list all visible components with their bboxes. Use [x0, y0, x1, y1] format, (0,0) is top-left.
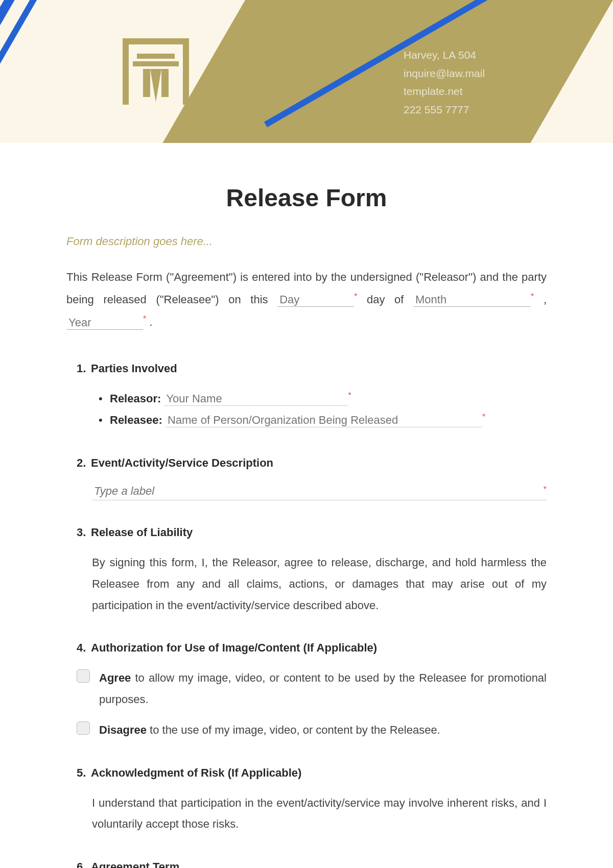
year-field[interactable] — [66, 316, 143, 330]
releasee-name-field[interactable] — [166, 414, 482, 427]
agree-checkbox[interactable] — [77, 669, 90, 683]
section-agreement-term: 6.Agreement Term This release applies to… — [66, 860, 547, 868]
svg-marker-7 — [150, 69, 161, 102]
event-description-field[interactable] — [92, 483, 547, 500]
releasor-name-field[interactable] — [164, 392, 348, 406]
disagree-checkbox[interactable] — [77, 721, 90, 735]
svg-rect-2 — [183, 38, 189, 105]
document-body: Release Form Form description goes here.… — [0, 143, 613, 868]
agree-option: Agree to allow my image, video, or conte… — [66, 667, 547, 710]
section-heading: 1.Parties Involved — [66, 362, 547, 375]
section-release-liability: 3.Release of Liability By signing this f… — [66, 526, 547, 616]
risk-text: I understand that participation in the e… — [66, 792, 547, 835]
contact-address: Harvey, LA 504 — [404, 46, 485, 64]
releasee-row: Releasee: * — [110, 409, 547, 431]
section-heading: 3.Release of Liability — [66, 526, 547, 539]
header-gold-bg — [162, 0, 613, 143]
contact-phone: 222 555 7777 — [404, 101, 485, 119]
svg-rect-1 — [123, 38, 129, 105]
month-field[interactable] — [413, 293, 531, 307]
section-heading: 5.Acknowledgment of Risk (If Applicable) — [66, 766, 547, 780]
header-stripe — [0, 0, 29, 143]
document-header: Harvey, LA 504 inquire@law.mail template… — [0, 0, 613, 143]
releasor-row: Releasor: * — [110, 388, 547, 409]
section-parties: 1.Parties Involved Releasor: * Releasee:… — [66, 362, 547, 431]
intro-paragraph: This Release Form ("Agreement") is enter… — [66, 266, 547, 334]
svg-rect-3 — [137, 54, 175, 59]
liability-text: By signing this form, I, the Releasor, a… — [66, 552, 547, 616]
section-heading: 2.Event/Activity/Service Description — [66, 456, 547, 470]
section-heading: 4.Authorization for Use of Image/Content… — [66, 641, 547, 655]
section-event-description: 2.Event/Activity/Service Description * — [66, 456, 547, 500]
contact-info: Harvey, LA 504 inquire@law.mail template… — [404, 46, 485, 119]
section-heading: 6.Agreement Term — [66, 860, 547, 868]
svg-rect-0 — [123, 38, 189, 44]
svg-rect-4 — [133, 61, 179, 66]
law-logo-icon — [117, 33, 194, 110]
form-description[interactable]: Form description goes here... — [66, 235, 547, 248]
section-acknowledgment: 5.Acknowledgment of Risk (If Applicable)… — [66, 766, 547, 835]
disagree-option: Disagree to the use of my image, video, … — [66, 719, 547, 741]
svg-rect-6 — [161, 69, 169, 97]
day-field[interactable] — [277, 293, 354, 307]
svg-rect-5 — [143, 69, 150, 97]
contact-website: template.net — [404, 82, 485, 101]
contact-email: inquire@law.mail — [404, 64, 485, 83]
section-authorization: 4.Authorization for Use of Image/Content… — [66, 641, 547, 740]
header-stripe — [0, 0, 52, 143]
page-title: Release Form — [66, 184, 547, 212]
